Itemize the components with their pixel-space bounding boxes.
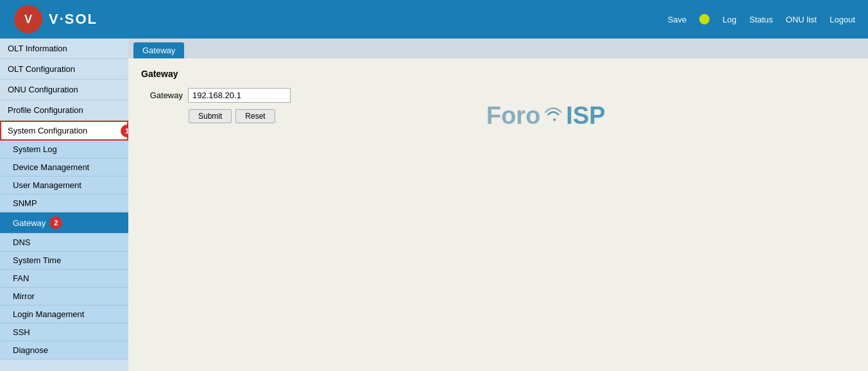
vsol-logo-icon: V <box>13 4 44 35</box>
sidebar-subitem-login-management[interactable]: Login Management <box>0 306 128 324</box>
sidebar-item-profile-configuration[interactable]: Profile Configuration <box>0 100 128 121</box>
sidebar-item-olt-configuration[interactable]: OLT Configuration <box>0 59 128 80</box>
sidebar-item-onu-configuration[interactable]: ONU Configuration <box>0 80 128 100</box>
sidebar: OLT Information OLT Configuration ONU Co… <box>0 39 128 371</box>
sidebar-item-system-configuration[interactable]: System Configuration 1 <box>0 121 128 141</box>
badge-1: 1 <box>121 125 128 137</box>
status-button[interactable]: Status <box>749 15 773 24</box>
logo-area: V V·SOL <box>13 4 98 35</box>
log-button[interactable]: Log <box>722 15 736 24</box>
svg-text:V: V <box>24 13 32 26</box>
logout-button[interactable]: Logout <box>830 15 855 24</box>
tab-gateway[interactable]: Gateway <box>133 42 184 58</box>
save-button[interactable]: Save <box>668 15 687 24</box>
logo-text: V·SOL <box>49 11 98 28</box>
header-right: Save Log Status ONU list Logout <box>668 14 855 24</box>
page-title: Gateway <box>141 69 855 79</box>
sidebar-subitem-ssh[interactable]: SSH <box>0 324 128 341</box>
badge-2: 2 <box>49 216 62 229</box>
tab-bar: Gateway <box>128 39 868 58</box>
reset-button[interactable]: Reset <box>235 109 275 123</box>
form-buttons: Submit Reset <box>189 109 855 123</box>
sidebar-subitem-device-management[interactable]: Device Management <box>0 159 128 177</box>
content-area: Gateway Gateway Submit Reset Foro <box>128 58 868 134</box>
submit-button[interactable]: Submit <box>189 109 232 123</box>
sidebar-subitem-user-management[interactable]: User Management <box>0 177 128 194</box>
sidebar-subitem-system-log[interactable]: System Log <box>0 141 128 159</box>
sidebar-item-olt-information[interactable]: OLT Information <box>0 39 128 59</box>
onu-list-button[interactable]: ONU list <box>786 15 817 24</box>
sidebar-subitem-fan[interactable]: FAN <box>0 270 128 288</box>
sidebar-subitem-gateway[interactable]: Gateway 2 <box>0 212 128 234</box>
gateway-input[interactable] <box>188 88 291 103</box>
layout: OLT Information OLT Configuration ONU Co… <box>0 39 868 371</box>
sidebar-subitem-dns[interactable]: DNS <box>0 234 128 252</box>
gateway-label: Gateway <box>141 91 183 100</box>
sidebar-subitem-snmp[interactable]: SNMP <box>0 194 128 212</box>
sidebar-subitem-diagnose[interactable]: Diagnose <box>0 341 128 359</box>
sidebar-subitem-system-time[interactable]: System Time <box>0 252 128 270</box>
main-content: Gateway Gateway Gateway Submit Reset For… <box>128 39 868 371</box>
header: V V·SOL Save Log Status ONU list Logout <box>0 0 868 39</box>
sidebar-subitem-mirror[interactable]: Mirror <box>0 288 128 306</box>
gateway-form-row: Gateway <box>141 88 855 103</box>
status-indicator <box>699 14 710 24</box>
